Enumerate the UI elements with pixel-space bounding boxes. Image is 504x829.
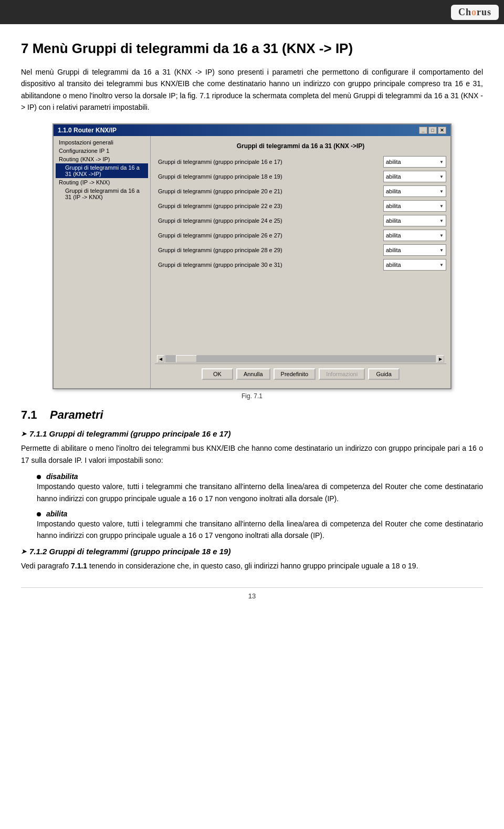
bullet-text-disabilita: Impostando questo valore, tutti i telegr… <box>37 481 483 504</box>
sidebar-item-routing-ip-knx[interactable]: Routing (IP -> KNX) <box>56 178 148 186</box>
telegram-label-0: Gruppi di telegrammi (gruppo principale … <box>155 158 383 166</box>
dialog-right-panel: Gruppi di telegrammi da 16 a 31 (KNX ->I… <box>151 136 450 388</box>
header-bar: Chorus <box>0 0 504 24</box>
scroll-right-button[interactable]: ▶ <box>437 355 444 362</box>
arrow-icon-1: ➤ <box>21 430 26 438</box>
dialog-titlebar: 1.1.0 Router KNX/IP _ □ ✕ <box>54 125 450 136</box>
telegram-row-4: Gruppi di telegrammi (gruppo principale … <box>155 215 446 226</box>
telegram-select-5[interactable]: abilita <box>383 230 446 241</box>
dialog-scrollbar: ◀ ▶ <box>155 354 446 364</box>
bullet-dot-2 <box>37 512 41 516</box>
minimize-button[interactable]: _ <box>419 127 427 134</box>
subsection-7-1-2-title: 7.1.2 Gruppi di telegrammi (gruppo princ… <box>29 547 230 556</box>
telegram-label-2: Gruppi di telegrammi (gruppo principale … <box>155 187 383 195</box>
subsection-7-1-2-heading: ➤ 7.1.2 Gruppi di telegrammi (gruppo pri… <box>21 547 483 556</box>
section-title: Parametri <box>50 408 103 421</box>
sidebar-item-gruppi-ip-knx[interactable]: Gruppi di telegrammi da 16 a 31 (IP -> K… <box>56 186 148 201</box>
telegram-select-2[interactable]: abilita <box>383 185 446 197</box>
bullet-label-disabilita: disabilita <box>46 472 78 481</box>
subsection-7-1-1-intro: Permette di abilitare o meno l'inoltro d… <box>21 442 483 466</box>
maximize-button[interactable]: □ <box>428 127 437 134</box>
telegram-select-1[interactable]: abilita <box>383 171 446 182</box>
titlebar-buttons: _ □ ✕ <box>419 127 446 134</box>
telegram-row-2: Gruppi di telegrammi (gruppo principale … <box>155 185 446 197</box>
bullet-label-abilita: abilita <box>46 510 67 518</box>
scroll-track <box>165 355 436 362</box>
telegram-label-1: Gruppi di telegrammi (gruppo principale … <box>155 172 383 181</box>
scroll-thumb[interactable] <box>176 355 197 362</box>
telegram-label-4: Gruppi di telegrammi (gruppo principale … <box>155 216 383 225</box>
sidebar-item-impostazioni[interactable]: Impostazioni generali <box>56 138 148 147</box>
page-number: 13 <box>21 587 483 600</box>
dialog-title: 1.1.0 Router KNX/IP <box>58 127 117 134</box>
bullet-dot-1 <box>37 475 41 479</box>
arrow-icon-2: ➤ <box>21 548 26 555</box>
subsection-7-1-1-heading: ➤ 7.1.1 Gruppi di telegrammi (gruppo pri… <box>21 429 483 438</box>
main-content: 7 Menù Gruppi di telegrammi da 16 a 31 (… <box>0 24 504 616</box>
annulla-button[interactable]: Annulla <box>236 368 270 380</box>
subsection-7-1-1-title: 7.1.1 Gruppi di telegrammi (gruppo princ… <box>29 429 230 438</box>
telegram-label-5: Gruppi di telegrammi (gruppo principale … <box>155 231 383 240</box>
bullet-text-abilita: Impostando questo valore, tutti i telegr… <box>37 518 483 542</box>
intro-paragraph: Nel menù Gruppi di telegrammi da 16 a 31… <box>21 66 483 113</box>
section-number: 7.1 <box>21 408 37 421</box>
telegram-select-3[interactable]: abilita <box>383 200 446 212</box>
telegram-row-0: Gruppi di telegrammi (gruppo principale … <box>155 156 446 168</box>
telegram-row-6: Gruppi di telegrammi (gruppo principale … <box>155 244 446 256</box>
dialog-footer: OK Annulla Predefinito Informazioni Guid… <box>155 364 446 384</box>
telegram-row-7: Gruppi di telegrammi (gruppo principale … <box>155 259 446 271</box>
page-title: 7 Menù Gruppi di telegrammi da 16 a 31 (… <box>21 40 483 58</box>
guida-button[interactable]: Guida <box>368 368 400 380</box>
telegram-label-3: Gruppi di telegrammi (gruppo principale … <box>155 202 383 210</box>
telegram-select-4[interactable]: abilita <box>383 215 446 226</box>
telegram-label-7: Gruppi di telegrammi (gruppo principale … <box>155 261 383 269</box>
close-button[interactable]: ✕ <box>438 127 446 134</box>
dialog-sidebar: Impostazioni generali Configurazione IP … <box>54 136 151 388</box>
telegram-row-1: Gruppi di telegrammi (gruppo principale … <box>155 171 446 182</box>
scroll-left-button[interactable]: ◀ <box>157 355 164 362</box>
telegram-label-6: Gruppi di telegrammi (gruppo principale … <box>155 246 383 254</box>
dialog-body: Impostazioni generali Configurazione IP … <box>54 136 450 388</box>
chorus-logo: Chorus <box>451 5 499 20</box>
telegram-row-3: Gruppi di telegrammi (gruppo principale … <box>155 200 446 212</box>
subsection-7-1-2-intro: Vedi paragrafo 7.1.1 tenendo in consider… <box>21 560 483 572</box>
sidebar-item-gruppi-knx-ip[interactable]: Gruppi di telegrammi da 16 a 31 (KNX ->I… <box>56 163 148 178</box>
telegram-select-7[interactable]: abilita <box>383 259 446 271</box>
telegram-select-6[interactable]: abilita <box>383 244 446 256</box>
section-heading: 7.1 Parametri <box>21 408 483 422</box>
predefinito-button[interactable]: Predefinito <box>274 368 316 380</box>
telegram-row-5: Gruppi di telegrammi (gruppo principale … <box>155 230 446 241</box>
dialog-panel-title: Gruppi di telegrammi da 16 a 31 (KNX ->I… <box>155 140 446 152</box>
sidebar-item-routing-knx-ip[interactable]: Routing (KNX -> IP) <box>56 155 148 163</box>
sidebar-item-config-ip[interactable]: Configurazione IP 1 <box>56 147 148 155</box>
bullet-abilita: abilita Impostando questo valore, tutti … <box>37 510 483 542</box>
bullet-disabilita: disabilita Impostando questo valore, tut… <box>37 472 483 504</box>
informazioni-button[interactable]: Informazioni <box>319 368 365 380</box>
dialog-window: 1.1.0 Router KNX/IP _ □ ✕ Impostazioni g… <box>52 123 452 389</box>
telegram-select-0[interactable]: abilita <box>383 156 446 168</box>
fig-caption: Fig. 7.1 <box>21 392 483 400</box>
telegram-rows-container: Gruppi di telegrammi (gruppo principale … <box>155 156 446 274</box>
ok-button[interactable]: OK <box>202 368 233 380</box>
